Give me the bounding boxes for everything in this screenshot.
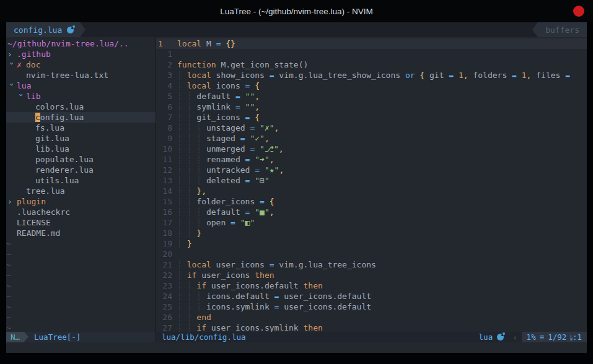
token: = [235,102,240,111]
code-line[interactable]: 16┊ ┊ ┊ default = "■", [156,207,587,217]
code-line[interactable]: 24┊ ┊ ┊ icons.default = user_icons.defau… [156,291,587,301]
line-number: 18 [156,228,172,238]
chevron-down-icon[interactable]: › [16,93,27,102]
code-line[interactable]: 12┊ ┊ ┊ untracked = "★", [156,165,587,175]
code-text: ┊ ┊ }, [177,186,206,196]
code-text: ┊ ┊ ┊ renamed = "➜", [177,154,275,165]
code-text: ┊ ┊ ┊ unstaged = "✗", [177,123,279,133]
code-line[interactable]: 25┊ ┊ ┊ icons.symlink = user_icons.defau… [156,301,587,312]
tree-item-nvim-tree-lua.txt[interactable]: nvim-tree-lua.txt [6,70,156,80]
code-line[interactable]: 4┊ local icons = { [156,80,587,91]
indent-guide: ┊ [177,207,187,217]
code-line[interactable]: 6┊ ┊ symlink = "", [156,102,587,112]
code-line[interactable]: 18┊ ┊ } [156,228,587,238]
token: if [187,271,197,280]
code-line[interactable]: 5┊ ┊ default = "", [156,91,587,102]
code-line[interactable]: 2function M.get_icon_state() [156,59,587,70]
line-number: 27 [156,323,172,332]
line-number: 8 [156,123,172,133]
code-line[interactable]: 11┊ ┊ ┊ renamed = "➜", [156,154,587,165]
token: "➜" [255,155,269,164]
code-line[interactable]: 21┊ local user_icons = vim.g.lua_tree_ic… [156,259,587,270]
line-number: 12 [156,165,172,175]
tree-item-doc[interactable]: ›✗doc [6,59,156,70]
buffers-button[interactable]: buffers [538,22,587,37]
tree-item-lib.lua[interactable]: lib.lua [6,144,156,154]
token: user_icons.default [279,292,371,301]
tree-item-.github[interactable]: ›.github [6,49,156,59]
code-line[interactable]: 1 [156,49,587,59]
tree-item-plugin[interactable]: ›plugin [6,196,156,207]
token: = [565,71,570,80]
code-text: ┊ ┊ ┊ unmerged = "⎇", [177,144,284,154]
tree-item-LICENSE[interactable]: LICENSE [6,217,156,228]
code-line[interactable]: 19┊ } [156,238,587,249]
chevron-right-icon[interactable]: › [7,49,17,59]
code-line[interactable]: 9┊ ┊ ┊ staged = "✓", [156,133,587,144]
code-line[interactable]: 27┊ ┊ if user_icons.symlink then [156,323,587,332]
tree-item-utils.lua[interactable]: utils.lua [6,175,156,186]
token: icons.symlink [206,302,275,311]
token: folder_icons [196,197,260,206]
token: default [196,92,235,101]
chevron-right-icon[interactable]: › [7,196,17,207]
code-line[interactable]: 20 [156,249,587,259]
code-line[interactable]: 17┊ ┊ ┊ open = "◧" [156,217,587,228]
tree-root[interactable]: ~/github/nvim-tree.lua/.. [6,38,156,49]
line-number: 21 [156,259,172,270]
code-line[interactable]: 14┊ ┊ }, [156,186,587,196]
line-number: 1 [156,49,172,59]
indent-guide: ┊ [177,323,187,332]
tree-item-config.lua[interactable]: config.lua [6,112,156,123]
code-line[interactable]: 15┊ ┊ folder_icons = { [156,196,587,207]
code-line[interactable]: 10┊ ┊ ┊ unmerged = "⎇", [156,144,587,154]
code-line[interactable]: 26┊ ┊ end [156,312,587,323]
tree-item-git.lua[interactable]: git.lua [6,133,156,144]
code-text: ┊ ┊ ┊ open = "◧" [177,217,255,228]
token: unstaged [206,123,250,132]
tree-item-lua[interactable]: ›lua [6,80,156,91]
token: vim.g.lua_tree_show_icons [275,71,405,80]
code-line[interactable]: 23┊ ┊ if user_icons.default then [156,280,587,291]
indent-guide: ┊ [196,218,206,227]
code-line[interactable]: 1local M = {} [156,38,587,49]
tab-config-lua[interactable]: config.lua [6,22,80,37]
indent-guide: ┊ [177,155,187,164]
tree-item-fs.lua[interactable]: fs.lua [6,123,156,133]
empty-line-tilde: ~ [6,301,156,312]
code-line[interactable]: 13┊ ┊ ┊ deleted = "⊟" [156,175,587,186]
code-line[interactable]: 22┊ if user_icons then [156,270,587,280]
token: , [279,144,284,154]
chevron-down-icon[interactable]: › [7,61,17,71]
tree-item-lib[interactable]: ›lib [6,91,156,102]
token: then [304,323,323,332]
tree-item-tree.lua[interactable]: tree.lua [6,186,156,196]
tree-item-renderer.lua[interactable]: renderer.lua [6,165,156,175]
tree-item-.luacheckrc[interactable]: .luacheckrc [6,207,156,217]
chevron-down-icon[interactable]: › [7,82,17,92]
token: = [235,92,240,101]
indent-guide: ┊ [187,123,197,132]
code-line[interactable]: 3┊ local show_icons = vim.g.lua_tree_sho… [156,70,587,80]
empty-line-tilde: ~ [6,270,156,280]
token: deleted [206,176,245,185]
close-icon[interactable] [573,6,584,17]
command-line[interactable] [6,342,587,353]
indent-guide: ┊ [177,313,187,322]
indent-guide: ┊ [187,228,197,238]
tree-item-populate.lua[interactable]: populate.lua [6,154,156,165]
code-line[interactable]: 8┊ ┊ ┊ unstaged = "✗", [156,123,587,133]
code-text: ┊ if user_icons then [177,270,275,280]
indent-guide: ┊ [177,81,187,90]
lua-icon [497,334,504,340]
line-number: 14 [156,186,172,196]
code-line[interactable]: 7┊ ┊ git_icons = { [156,112,587,123]
line-number: 3 [156,70,172,80]
token: M [201,39,216,48]
tree-item-label: populate.lua [35,155,94,164]
code-text: ┊ } [177,238,191,249]
tree-item-README.md[interactable]: README.md [6,228,156,238]
titlebar: LuaTree - (~/github/nvim-tree.lua) - NVI… [0,0,593,22]
tree-item-colors.lua[interactable]: colors.lua [6,102,156,112]
indent-guide: ┊ [196,292,206,301]
